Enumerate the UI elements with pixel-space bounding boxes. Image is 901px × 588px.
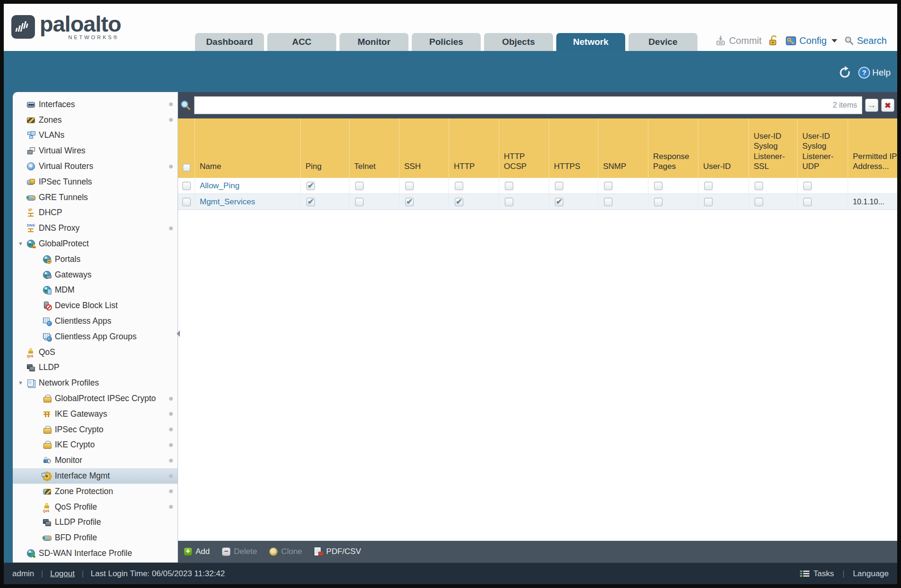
response-pages-checkbox[interactable]: [654, 182, 663, 190]
help-button[interactable]: ? Help: [858, 67, 891, 79]
column-header-response-pages[interactable]: Response Pages: [648, 118, 698, 178]
user-id-checkbox[interactable]: [704, 182, 713, 190]
http-ocsp-checkbox[interactable]: [505, 182, 513, 190]
config-caret-icon: [832, 39, 837, 42]
https-checkbox[interactable]: [555, 182, 563, 190]
user-id-checkbox[interactable]: [704, 198, 713, 206]
tab-policies[interactable]: Policies: [412, 33, 481, 51]
filter-input[interactable]: [195, 97, 833, 114]
tasks-button[interactable]: Tasks: [813, 569, 833, 579]
tab-device[interactable]: Device: [629, 33, 697, 51]
profile-link-mgmt-services[interactable]: Mgmt_Services: [200, 197, 255, 207]
row-select-checkbox[interactable]: [182, 198, 191, 206]
apply-filter-button[interactable]: →: [865, 99, 878, 112]
sidebar-item-globalprotect[interactable]: ▼GlobalProtect: [13, 236, 178, 252]
tab-network[interactable]: Network: [556, 33, 625, 51]
sidebar-item-qos[interactable]: QoS: [13, 344, 178, 360]
refresh-icon[interactable]: [838, 66, 851, 79]
sidebar-item-zone-protection[interactable]: Zone Protection: [13, 484, 178, 499]
sidebar-item-dhcp[interactable]: DHCP: [13, 205, 178, 221]
https-checkbox[interactable]: [555, 198, 563, 206]
language-button[interactable]: Language: [853, 569, 889, 579]
sidebar-item-ipsec-crypto[interactable]: IPSec Crypto: [13, 422, 178, 437]
http-ocsp-cell: [499, 178, 549, 193]
sidebar-item-mdm[interactable]: MDM: [13, 283, 178, 298]
column-header-permitted-ip[interactable]: Permitted IP Address...: [848, 118, 897, 178]
clear-filter-button[interactable]: ✖: [881, 99, 894, 112]
tab-objects[interactable]: Objects: [484, 33, 553, 51]
sidebar-item-lldp-profile[interactable]: LLDP Profile: [13, 515, 178, 530]
http-checkbox[interactable]: [455, 182, 463, 190]
column-header-user-id[interactable]: User-ID: [698, 118, 749, 178]
column-header-ssh[interactable]: SSH: [400, 118, 449, 178]
snmp-checkbox[interactable]: [604, 198, 612, 206]
sidebar-item-network-profiles[interactable]: ▼Network Profiles: [13, 375, 178, 391]
sidebar-item-ike-crypto[interactable]: IKE Crypto: [13, 437, 178, 453]
sidebar-item-zones[interactable]: Zones: [13, 112, 178, 128]
config-menu-button[interactable]: Config: [785, 35, 837, 46]
sidebar-item-gateways[interactable]: Gateways: [13, 267, 178, 283]
response-pages-checkbox[interactable]: [654, 198, 663, 206]
sidebar-collapse-handle[interactable]: [177, 330, 180, 337]
sidebar-item-ipsec-tunnels[interactable]: IPSec Tunnels: [13, 174, 178, 190]
top-header: paloalto NETWORKS® DashboardACCMonitorPo…: [4, 4, 897, 51]
pdf-csv-button[interactable]: PDF/CSV: [314, 547, 361, 556]
ping-checkbox[interactable]: [306, 182, 315, 190]
sidebar-item-ike-gateways[interactable]: IKE Gateways: [13, 406, 178, 422]
ping-checkbox[interactable]: [306, 198, 315, 206]
sidebar-item-vlans[interactable]: VLANs: [13, 128, 178, 143]
sidebar-item-dns-proxy[interactable]: DNS Proxy: [13, 220, 178, 236]
sidebar-item-gre-tunnels[interactable]: GRE Tunnels: [13, 190, 178, 205]
telnet-checkbox[interactable]: [355, 198, 364, 206]
tab-acc[interactable]: ACC: [267, 33, 336, 51]
add-button[interactable]: Add: [184, 547, 210, 556]
sidebar-item-interface-mgmt[interactable]: Interface Mgmt: [13, 468, 178, 484]
row-select-checkbox[interactable]: [182, 182, 191, 190]
http-checkbox[interactable]: [455, 198, 463, 206]
uid-syslog-udp-checkbox[interactable]: [803, 182, 812, 190]
unlock-icon[interactable]: [768, 35, 779, 46]
sidebar-item-device-block-list[interactable]: Device Block List: [13, 298, 178, 313]
search-button[interactable]: Search: [844, 35, 887, 46]
expand-caret-icon[interactable]: ▼: [18, 241, 23, 246]
ssh-checkbox[interactable]: [405, 182, 414, 190]
uid-syslog-udp-checkbox[interactable]: [803, 198, 812, 206]
column-header-telnet[interactable]: Telnet: [349, 118, 400, 178]
column-header-uid-syslog-ssl[interactable]: User-ID Syslog Listener-SSL: [749, 118, 798, 178]
sidebar-item-portals[interactable]: Portals: [13, 252, 178, 267]
http-ocsp-checkbox[interactable]: [505, 198, 513, 206]
tab-monitor[interactable]: Monitor: [340, 33, 408, 51]
commit-button[interactable]: Commit: [715, 35, 762, 46]
column-header-http[interactable]: HTTP: [449, 118, 499, 178]
sidebar-item-virtual-wires[interactable]: Virtual Wires: [13, 143, 178, 159]
sidebar-item-clientless-app-groups[interactable]: Clientless App Groups: [13, 329, 178, 344]
column-header-uid-syslog-udp[interactable]: User-ID Syslog Listener-UDP: [798, 118, 848, 178]
sidebar-item-lldp[interactable]: LLDP: [13, 360, 178, 376]
sidebar-item-label: BFD Profile: [55, 533, 97, 543]
column-header-name[interactable]: Name: [195, 118, 301, 178]
column-header-snmp[interactable]: SNMP: [598, 118, 648, 178]
logout-link[interactable]: Logout: [50, 569, 75, 578]
sidebar-item-qos-profile[interactable]: QoS Profile: [13, 499, 178, 515]
column-header-http-ocsp[interactable]: HTTP OCSP: [499, 118, 549, 178]
column-header-https[interactable]: HTTPS: [549, 118, 598, 178]
sidebar-item-globalprotect-ipsec-crypto[interactable]: GlobalProtect IPSec Crypto: [13, 391, 178, 406]
sidebar-item-bfd-profile[interactable]: BFD Profile: [13, 530, 178, 546]
ping-cell: [301, 178, 349, 193]
sidebar-item-clientless-apps[interactable]: Clientless Apps: [13, 313, 178, 329]
ssh-checkbox[interactable]: [405, 198, 414, 206]
expand-caret-icon[interactable]: ▼: [18, 380, 23, 386]
sidebar-item-interfaces[interactable]: Interfaces: [13, 97, 178, 112]
profile-link-allow-ping[interactable]: Allow_Ping: [200, 181, 239, 191]
snmp-checkbox[interactable]: [604, 182, 612, 190]
column-header-ping[interactable]: Ping: [301, 118, 349, 178]
sidebar-item-sd-wan-interface-profile[interactable]: SD-WAN Interface Profile: [13, 546, 178, 561]
tab-dashboard[interactable]: Dashboard: [195, 33, 264, 51]
uid-syslog-ssl-checkbox[interactable]: [755, 198, 763, 206]
sidebar-item-virtual-routers[interactable]: Virtual Routers: [13, 159, 178, 174]
sidebar-item-monitor[interactable]: Monitor: [13, 453, 178, 468]
select-all-checkbox[interactable]: [183, 164, 190, 171]
footer-left: admin | Logout | Last Login Time: 06/05/…: [12, 569, 225, 579]
uid-syslog-ssl-checkbox[interactable]: [755, 182, 763, 190]
telnet-checkbox[interactable]: [355, 182, 364, 190]
